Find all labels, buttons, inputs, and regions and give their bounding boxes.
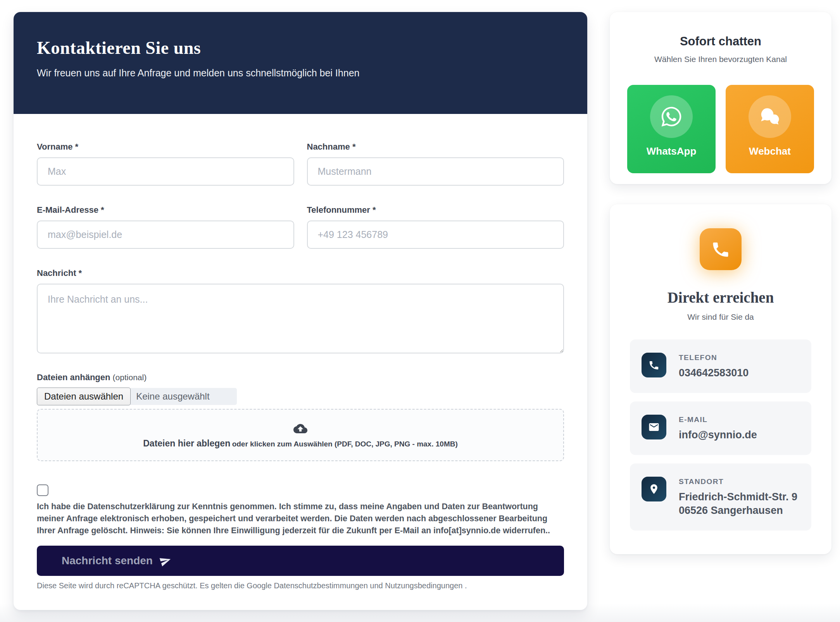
contact-row-text: TELEFON 034642583010	[679, 353, 749, 380]
contact-row-standort[interactable]: STANDORT Friedrich-Schmidt-Str. 9 06526 …	[630, 463, 811, 531]
whatsapp-icon	[660, 105, 683, 128]
telefon-label: Telefonnummer *	[307, 205, 564, 215]
contact-value: info@synnio.de	[679, 428, 757, 442]
field-nachricht: Nachricht *	[37, 268, 564, 353]
contact-label: E-MAIL	[679, 415, 757, 424]
telefon-input[interactable]	[307, 221, 564, 249]
chat-channels: WhatsApp Webchat	[610, 85, 831, 173]
nachricht-label: Nachricht *	[37, 268, 564, 278]
attachments-label-text: Dateien anhängen	[37, 372, 110, 382]
consent-section: Ich habe die Datenschutzerklärung zur Ke…	[37, 484, 564, 537]
contact-value: 034642583010	[679, 366, 749, 380]
direct-contact-card: Direkt erreichen Wir sind für Sie da TEL…	[610, 204, 831, 554]
chat-card-subtitle: Wählen Sie Ihren bevorzugten Kanal	[610, 55, 831, 64]
choose-files-button[interactable]: Dateien auswählen	[37, 388, 131, 405]
contact-label: STANDORT	[679, 477, 797, 486]
direct-card-title: Direkt erreichen	[610, 289, 831, 306]
contact-row-text: STANDORT Friedrich-Schmidt-Str. 9 06526 …	[679, 477, 797, 517]
contact-row-telefon[interactable]: TELEFON 034642583010	[630, 339, 811, 393]
envelope-icon	[648, 421, 660, 433]
email-label: E-Mail-Adresse *	[37, 205, 294, 215]
direct-card-subtitle: Wir sind für Sie da	[610, 312, 831, 322]
phone-icon	[648, 359, 660, 371]
form-header: Kontaktieren Sie uns Wir freuen uns auf …	[14, 12, 587, 114]
contact-form-card: Kontaktieren Sie uns Wir freuen uns auf …	[14, 12, 587, 610]
field-telefon: Telefonnummer *	[307, 205, 564, 249]
vorname-input[interactable]	[37, 157, 294, 186]
webchat-icon-halo	[749, 95, 791, 138]
email-input[interactable]	[37, 221, 294, 249]
email-icon-badge	[642, 415, 666, 439]
contact-row-email[interactable]: E-MAIL info@synnio.de	[630, 401, 811, 455]
email-phone-row: E-Mail-Adresse * Telefonnummer *	[37, 205, 564, 249]
privacy-checkbox[interactable]	[37, 484, 48, 496]
vorname-label: Vorname *	[37, 142, 294, 152]
contact-row-text: E-MAIL info@synnio.de	[679, 415, 757, 442]
standort-icon-badge	[642, 477, 666, 501]
contact-value-line2: 06526 Sangerhausen	[679, 504, 797, 517]
nachname-label: Nachname *	[307, 142, 564, 152]
whatsapp-icon-halo	[650, 95, 693, 138]
file-dropzone[interactable]: Dateien hier ablegen oder klicken zum Au…	[37, 409, 564, 461]
whatsapp-label: WhatsApp	[647, 145, 697, 157]
location-pin-icon	[648, 483, 660, 495]
name-row: Vorname * Nachname *	[37, 142, 564, 186]
send-message-button[interactable]: Nachricht senden	[37, 546, 564, 576]
file-input[interactable]: Dateien auswählen Keine ausgewählt	[37, 388, 237, 405]
page: Kontaktieren Sie uns Wir freuen uns auf …	[0, 0, 840, 622]
attachments-optional-text: (optional)	[113, 373, 147, 382]
nachricht-textarea[interactable]	[37, 284, 564, 353]
webchat-button[interactable]: Webchat	[726, 85, 814, 173]
attachments-label: Dateien anhängen (optional)	[37, 372, 564, 383]
phone-icon	[711, 239, 731, 259]
chat-card-title: Sofort chatten	[610, 34, 831, 48]
dropzone-bold-text: Dateien hier ablegen	[143, 438, 230, 448]
field-vorname: Vorname *	[37, 142, 294, 186]
webchat-label: Webchat	[749, 145, 791, 157]
cloud-upload-icon	[293, 422, 307, 436]
webchat-icon	[759, 105, 781, 128]
page-subtitle: Wir freuen uns auf Ihre Anfrage und meld…	[37, 67, 564, 79]
whatsapp-button[interactable]: WhatsApp	[627, 85, 716, 173]
form-body: Vorname * Nachname * E-Mail-Adresse * Te…	[14, 114, 587, 590]
contact-value-line1: Friedrich-Schmidt-Str. 9	[679, 490, 797, 504]
privacy-text: Ich habe die Datenschutzerklärung zur Ke…	[37, 501, 564, 537]
file-status-text: Keine ausgewählt	[131, 391, 209, 402]
dropzone-text: Dateien hier ablegen oder klicken zum Au…	[143, 438, 458, 449]
paper-plane-icon	[158, 553, 173, 568]
contact-list: TELEFON 034642583010 E-MAIL info@synnio.…	[630, 339, 811, 531]
telefon-icon-badge	[642, 353, 666, 377]
send-message-label: Nachricht senden	[62, 555, 153, 567]
dropzone-hint-text: oder klicken zum Auswählen (PDF, DOC, JP…	[232, 440, 458, 448]
chat-card: Sofort chatten Wählen Sie Ihren bevorzug…	[610, 12, 831, 184]
contact-label: TELEFON	[679, 353, 749, 362]
phone-badge	[700, 228, 742, 270]
nachname-input[interactable]	[307, 157, 564, 186]
recaptcha-note: Diese Seite wird durch reCAPTCHA geschüt…	[37, 581, 564, 590]
field-nachname: Nachname *	[307, 142, 564, 186]
page-title: Kontaktieren Sie uns	[37, 12, 564, 58]
field-email: E-Mail-Adresse *	[37, 205, 294, 249]
